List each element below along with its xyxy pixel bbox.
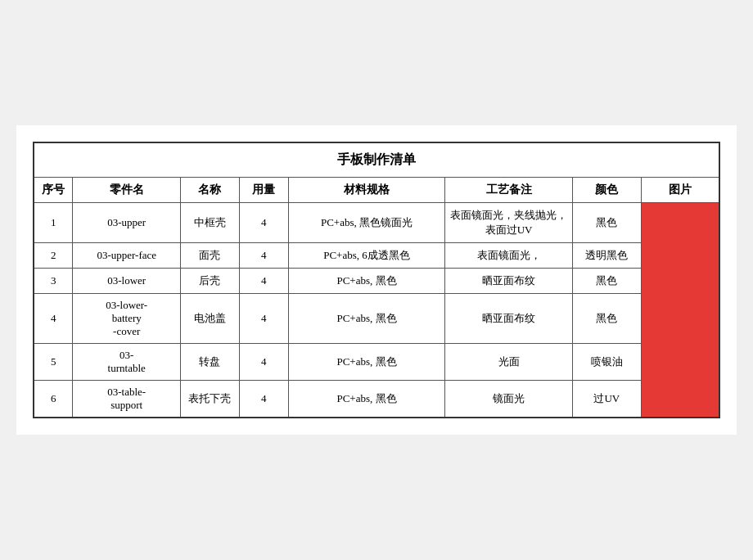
table-row: 303-lower后壳4PC+abs, 黑色晒亚面布纹黑色	[34, 269, 719, 294]
table-row: 103-upper中框壳4PC+abs, 黑色镜面光表面镜面光，夹线抛光，表面过…	[34, 203, 719, 243]
cell-material: PC+abs, 黑色	[288, 269, 445, 294]
cell-part: 03-lower	[73, 269, 181, 294]
main-container: 手板制作清单 序号 零件名 名称 用量 材料规格 工艺备注 颜色 图片 103-…	[16, 125, 737, 435]
cell-seq: 1	[34, 203, 73, 243]
cell-color: 黑色	[572, 269, 641, 294]
cell-seq: 5	[34, 344, 73, 381]
cell-name: 中框壳	[181, 203, 240, 243]
cell-qty: 4	[239, 269, 288, 294]
cell-color: 过UV	[572, 381, 641, 418]
header-color: 颜色	[572, 178, 641, 203]
cell-name: 面壳	[181, 243, 240, 269]
cell-part: 03-table-support	[73, 381, 181, 418]
cell-part: 03-lower-battery-cover	[73, 294, 181, 344]
cell-color: 黑色	[572, 203, 641, 243]
cell-part: 03-turntable	[73, 344, 181, 381]
cell-qty: 4	[239, 381, 288, 418]
cell-material: PC+abs, 黑色	[288, 294, 445, 344]
cell-material: PC+abs, 黑色镜面光	[288, 203, 445, 243]
cell-color: 黑色	[572, 294, 641, 344]
header-material: 材料规格	[288, 178, 445, 203]
header-qty: 用量	[239, 178, 288, 203]
cell-part: 03-upper-face	[73, 243, 181, 269]
title-row: 手板制作清单	[34, 142, 719, 178]
cell-name: 后壳	[181, 269, 240, 294]
cell-name: 转盘	[181, 344, 240, 381]
header-seq: 序号	[34, 178, 73, 203]
cell-img	[641, 203, 719, 418]
header-row: 序号 零件名 名称 用量 材料规格 工艺备注 颜色 图片	[34, 178, 719, 203]
cell-color: 透明黑色	[572, 243, 641, 269]
cell-qty: 4	[239, 243, 288, 269]
cell-qty: 4	[239, 344, 288, 381]
cell-process: 晒亚面布纹	[445, 294, 573, 344]
cell-qty: 4	[239, 203, 288, 243]
cell-seq: 2	[34, 243, 73, 269]
cell-part: 03-upper	[73, 203, 181, 243]
header-process: 工艺备注	[445, 178, 573, 203]
cell-material: PC+abs, 6成透黑色	[288, 243, 445, 269]
cell-seq: 4	[34, 294, 73, 344]
cell-process: 表面镜面光，	[445, 243, 573, 269]
cell-process: 镜面光	[445, 381, 573, 418]
cell-material: PC+abs, 黑色	[288, 381, 445, 418]
cell-color: 喷银油	[572, 344, 641, 381]
header-part: 零件名	[73, 178, 181, 203]
cell-qty: 4	[239, 294, 288, 344]
cell-process: 光面	[445, 344, 573, 381]
table-row: 503-turntable转盘4PC+abs, 黑色光面喷银油	[34, 344, 719, 381]
cell-process: 晒亚面布纹	[445, 269, 573, 294]
header-img: 图片	[641, 178, 719, 203]
table-row: 203-upper-face面壳4PC+abs, 6成透黑色表面镜面光，透明黑色	[34, 243, 719, 269]
cell-material: PC+abs, 黑色	[288, 344, 445, 381]
table-title: 手板制作清单	[34, 142, 719, 178]
cell-seq: 3	[34, 269, 73, 294]
cell-name: 电池盖	[181, 294, 240, 344]
table-row: 403-lower-battery-cover电池盖4PC+abs, 黑色晒亚面…	[34, 294, 719, 344]
cell-seq: 6	[34, 381, 73, 418]
table-row: 603-table-support表托下壳4PC+abs, 黑色镜面光过UV	[34, 381, 719, 418]
cell-process: 表面镜面光，夹线抛光，表面过UV	[445, 203, 573, 243]
parts-table: 手板制作清单 序号 零件名 名称 用量 材料规格 工艺备注 颜色 图片 103-…	[33, 142, 720, 418]
header-name: 名称	[181, 178, 240, 203]
cell-name: 表托下壳	[181, 381, 240, 418]
